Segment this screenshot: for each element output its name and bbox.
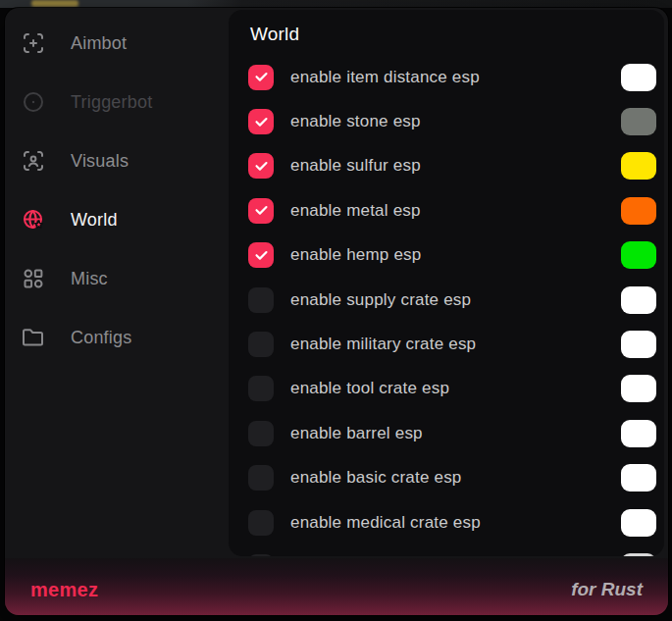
checkbox[interactable] [248,421,274,446]
check-icon [254,203,269,218]
sidebar-item-label: Triggerbot [71,92,152,113]
color-swatch[interactable] [621,375,656,402]
sidebar-item-label: Configs [71,328,131,348]
setting-row: enable tool crate esp [248,367,664,411]
sidebar-item-misc[interactable]: Misc [5,249,229,308]
color-swatch[interactable] [621,64,656,91]
settings-list: enable item distance esp enable stone es… [248,55,664,556]
checkbox[interactable] [248,554,274,556]
color-swatch[interactable] [621,152,656,180]
color-swatch[interactable] [621,553,656,556]
checkbox[interactable] [248,109,274,134]
setting-row: enable supply crate esp [248,278,664,322]
setting-label: enable medical crate esp [290,513,481,533]
checkbox[interactable] [248,376,274,401]
sidebar-item-visuals[interactable]: Visuals [5,131,229,190]
setting-label: enable supply crate esp [290,290,471,310]
setting-row: enable hemp esp [248,233,664,278]
setting-label: enable stone esp [290,112,421,131]
color-swatch[interactable] [621,509,656,537]
sidebar-item-label: Aimbot [71,33,127,54]
background-game-strip [0,0,672,8]
checkbox[interactable] [248,242,274,268]
check-icon [254,248,269,263]
color-swatch[interactable] [621,331,656,358]
check-icon [254,115,269,129]
cheat-menu-window: Aimbot Triggerbot Visu [5,8,668,615]
setting-row: enable military crate esp [248,322,664,366]
setting-label: enable military crate esp [290,335,476,354]
setting-label: enable basic crate esp [290,468,462,488]
setting-label: enable item distance esp [290,68,480,87]
setting-row: enable barrel esp [248,411,664,455]
panel-title: World [250,24,664,45]
scan-plus-icon [22,31,45,55]
circle-dot-icon [22,90,45,114]
check-icon [254,70,269,84]
setting-row: enable sulfur esp [248,144,664,188]
globe-star-icon [22,208,45,232]
checkbox[interactable] [248,510,274,536]
shapes-grid-icon [22,267,45,290]
folder-icon [22,326,45,349]
color-swatch[interactable] [621,241,656,269]
checkbox[interactable] [248,465,274,491]
color-swatch[interactable] [621,464,656,492]
sidebar-item-label: Misc [71,269,108,289]
sidebar-item-world[interactable]: World [5,190,229,249]
sidebar-item-aimbot[interactable]: Aimbot [5,14,229,73]
user-scan-icon [22,149,45,173]
setting-label: enable tool crate esp [290,379,449,398]
sidebar: Aimbot Triggerbot Visu [5,8,229,565]
setting-row: enable item distance esp [248,55,664,99]
color-swatch[interactable] [621,108,656,135]
setting-row: enable medical crate esp [248,500,664,544]
setting-row: enable stone esp [248,99,664,143]
setting-label: enable barrel esp [290,424,423,443]
checkbox[interactable] [248,287,274,313]
color-swatch[interactable] [621,197,656,225]
screen: Aimbot Triggerbot Visu [0,0,672,621]
setting-label: enable hemp esp [290,245,421,265]
brand-label: memez [30,579,98,601]
sidebar-item-configs[interactable]: Configs [5,308,229,367]
color-swatch[interactable] [621,286,656,314]
world-settings-panel: World enable item distance esp enable st… [229,10,664,556]
checkbox[interactable] [248,198,274,224]
footer-bar: memez for Rust [5,558,668,615]
sidebar-item-label: World [71,210,118,231]
setting-row: enable metal esp [248,188,664,233]
tagline-label: for Rust [571,579,643,600]
checkbox[interactable] [248,65,274,90]
setting-row [248,544,664,556]
setting-label: enable sulfur esp [290,156,421,176]
sidebar-item-label: Visuals [71,151,129,172]
check-icon [254,159,269,174]
color-swatch[interactable] [621,420,656,447]
checkbox[interactable] [248,153,274,179]
setting-row: enable basic crate esp [248,456,664,500]
setting-label: enable metal esp [290,201,421,221]
checkbox[interactable] [248,332,274,357]
sidebar-item-triggerbot[interactable]: Triggerbot [5,73,229,131]
background-game-highlight [31,0,78,7]
